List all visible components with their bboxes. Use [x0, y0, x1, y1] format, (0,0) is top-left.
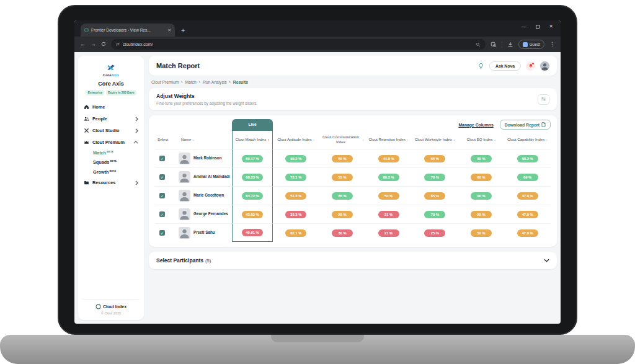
window-minimize-icon[interactable]: —: [522, 24, 526, 29]
score-cell: 33.3 %: [273, 205, 319, 223]
score-cell: 43.83 %: [232, 205, 273, 223]
score-cell: 44.8 %: [365, 149, 412, 167]
score-badge: 50 %: [471, 211, 492, 218]
sliders-icon: [541, 97, 546, 102]
score-cell: 63.72 %: [232, 186, 273, 205]
score-badge: 47.9 %: [517, 211, 538, 218]
forward-icon[interactable]: →: [91, 42, 96, 47]
chevron-down-icon[interactable]: [544, 259, 549, 262]
column-header-clout-retention-index[interactable]: Clout Retention Index↓: [365, 130, 412, 149]
download-report-button[interactable]: Download Report: [500, 120, 551, 130]
brand-logo: CoreAxis: [82, 62, 140, 77]
guest-avatar-icon: [523, 42, 528, 47]
score-cell: 47.9 %: [504, 205, 551, 223]
score-cell: 65 %: [412, 186, 458, 205]
back-icon[interactable]: ←: [80, 42, 86, 47]
chevron-right-icon: [135, 180, 138, 185]
org-name: Core Axis: [82, 81, 140, 87]
score-badge: 70 %: [424, 211, 445, 218]
manage-columns-link[interactable]: Manage Columns: [458, 123, 493, 127]
score-badge: 63.72 %: [242, 192, 263, 200]
column-header-select: Select: [155, 130, 179, 149]
column-header-clout-capability-index[interactable]: Clout Capability Index↓: [504, 130, 551, 149]
breadcrumb: Clout Premium › Match › Run Analysis › R…: [149, 76, 557, 88]
column-header-clout-aptitude-index[interactable]: Clout Aptitude Index↓: [273, 130, 319, 149]
lightbulb-icon[interactable]: [477, 63, 484, 69]
score-cell: 25 %: [412, 223, 458, 242]
column-header-clout-communication-index[interactable]: Clout Communication Index↓: [319, 130, 366, 149]
row-checkbox[interactable]: ✓: [159, 174, 165, 180]
zoom-icon[interactable]: [476, 42, 481, 47]
sidebar-item-growth[interactable]: GrowthBETA: [93, 167, 140, 177]
score-badge: 21 %: [378, 211, 399, 218]
sidebar-item-clout-premium[interactable]: Clout Premium: [82, 136, 140, 148]
results-table-card: Manage Columns Download Report Live Sele…: [149, 115, 557, 247]
new-tab-button[interactable]: +: [181, 27, 185, 34]
column-header-name[interactable]: Name↓: [179, 130, 232, 149]
sidebar-item-home[interactable]: Home: [82, 101, 140, 113]
sidebar-item-clout-studio[interactable]: Clout Studio: [82, 125, 140, 136]
sidebar-item-squads[interactable]: SquadsBETA: [93, 158, 140, 167]
score-cell: 68.23 %: [232, 167, 273, 186]
adjust-weights-card: Adjust Weights Fine-tune your preference…: [149, 88, 557, 110]
score-cell: 90.2 %: [504, 149, 551, 167]
row-select-cell: ✓: [155, 167, 179, 186]
score-badge: 69 %: [517, 174, 538, 181]
guest-profile-button[interactable]: Guest: [518, 40, 544, 49]
brand-wordmark: CoreAxis: [82, 73, 140, 77]
score-cell: 30 %: [319, 223, 366, 242]
breadcrumb-item[interactable]: Match: [185, 80, 196, 84]
column-header-clout-match-index[interactable]: Clout Match Index↑: [232, 130, 273, 149]
participant-avatar: [179, 208, 190, 220]
address-bar[interactable]: ⇄ cloutindex.com/: [111, 39, 486, 50]
sort-down-icon: ↓: [313, 138, 315, 141]
breadcrumb-item[interactable]: Clout Premium: [151, 80, 179, 84]
breadcrumb-separator: ›: [199, 80, 200, 84]
notifications-button[interactable]: [526, 61, 535, 71]
participant-name-cell: Marie Goodtown: [179, 186, 232, 205]
plan-badge: Enterprise: [86, 90, 104, 95]
score-badge: 47.9 %: [517, 192, 538, 200]
sort-down-icon: ↓: [193, 138, 195, 141]
weight-sliders-button[interactable]: [538, 94, 549, 105]
download-icon[interactable]: [507, 42, 513, 48]
select-participants-card[interactable]: Select Participants (5): [149, 252, 557, 269]
site-info-icon[interactable]: ⇄: [116, 42, 120, 47]
beta-tag: BETA: [107, 150, 113, 153]
sidebar-item-resources[interactable]: Resources: [82, 177, 140, 189]
score-badge: 62.1 %: [285, 229, 306, 237]
score-badge: 50 %: [332, 155, 353, 162]
score-badge: 50 %: [332, 211, 353, 218]
browser-tab[interactable]: Frontier Developers - View Res... ✕: [81, 24, 175, 37]
score-cell: 65 %: [412, 149, 458, 167]
score-badge: 50 %: [471, 229, 492, 237]
window-maximize-icon[interactable]: [536, 25, 540, 29]
browser-menu-icon[interactable]: ⋮: [549, 42, 555, 47]
window-close-icon[interactable]: ✕: [549, 24, 553, 29]
footer-copyright: © Clout 2026: [82, 311, 140, 315]
sort-down-icon: ↓: [407, 138, 409, 141]
url-text: cloutindex.com/: [123, 42, 473, 47]
sidebar-item-match[interactable]: MatchBETA: [93, 148, 140, 158]
column-header-clout-workstyle-index[interactable]: Clout Workstyle Index↓: [412, 130, 458, 149]
row-checkbox[interactable]: ✓: [159, 156, 165, 161]
score-badge: 40.91 %: [242, 229, 263, 236]
row-checkbox[interactable]: ✓: [159, 211, 165, 217]
breadcrumb-item-current: Results: [233, 80, 248, 84]
ask-nova-button[interactable]: Ask Nova: [489, 61, 521, 71]
breadcrumb-item[interactable]: Run Analysis: [203, 80, 227, 84]
score-cell: 51.3 %: [273, 186, 319, 205]
clout-premium-submenu: MatchBETA SquadsBETA GrowthBETA: [82, 148, 140, 177]
score-badge: 25 %: [424, 229, 445, 237]
user-avatar[interactable]: [540, 61, 549, 71]
tab-search-icon[interactable]: [491, 42, 497, 48]
row-checkbox[interactable]: ✓: [159, 230, 165, 236]
refresh-icon[interactable]: [101, 42, 106, 48]
column-header-clout-eq-index[interactable]: Clout EQ Index↓: [458, 130, 505, 149]
row-checkbox[interactable]: ✓: [159, 193, 165, 198]
sidebar-item-people[interactable]: People: [82, 113, 140, 125]
tab-close-icon[interactable]: ✕: [167, 28, 171, 33]
folder-icon: [84, 180, 89, 185]
sort-down-icon: ↓: [362, 138, 364, 141]
sidebar-footer: Clout Index © Clout 2026: [82, 299, 140, 315]
